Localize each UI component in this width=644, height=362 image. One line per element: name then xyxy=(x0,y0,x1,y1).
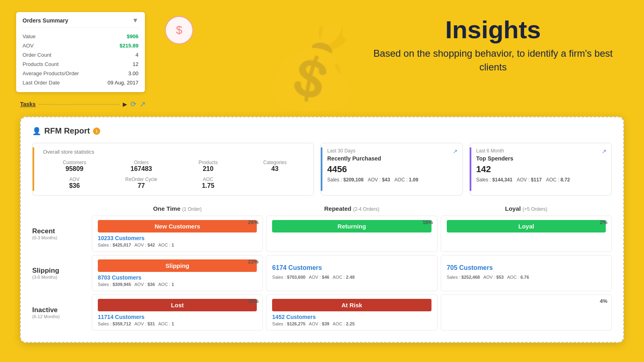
cell-new-customers: 26% New Customers 10233 Customers Sales … xyxy=(92,216,263,252)
cell-pct-30: 30% xyxy=(248,298,258,304)
cell-inactive-loyal: 4% xyxy=(441,294,612,331)
row-label-inactive: Inactive (6-12 Months) xyxy=(32,294,89,331)
last30-link-icon[interactable]: ↗ xyxy=(453,148,458,154)
stat-aov: AOV $36 xyxy=(43,177,106,189)
insights-section: Insights Based on the shopping behavior,… xyxy=(362,16,624,74)
stats-grid-row1: Customers 95809 Orders 167483 Products 2… xyxy=(40,160,306,173)
overall-stats-panel: Overall store statistics Customers 95809… xyxy=(32,143,314,195)
last30-period-label: Last 30 Days xyxy=(327,148,456,154)
orders-summary-header: Orders Summary ▼ xyxy=(23,17,138,28)
overall-stats-label: Overall store statistics xyxy=(40,149,306,155)
rfm-info-badge[interactable]: i xyxy=(93,128,100,135)
orders-row-aov: AOV $215.89 xyxy=(23,41,138,50)
tasks-link-icon[interactable]: ⟳ xyxy=(130,100,136,109)
lost-stats: Sales : $359,712 AOV : $31 AOC : 1 xyxy=(98,321,257,326)
cell-at-risk: At Risk 1452 Customers Sales : $126,275 … xyxy=(266,294,437,331)
rfm-row-recent: Recent (0-3 Months) 26% New Customers 10… xyxy=(32,216,612,252)
orders-row-avg-products: Average Products/Order 3.00 xyxy=(23,69,138,78)
returning-button[interactable]: Returning xyxy=(272,220,431,232)
insights-subtitle: Based on the shopping behavior, to ident… xyxy=(362,47,624,74)
last30-title: Recently Purchased xyxy=(327,155,456,162)
stat-categories: Categories 43 xyxy=(244,160,306,173)
tasks-label: Tasks xyxy=(20,101,36,107)
new-customers-stats: Sales : $425,017 AOV : $42 AOC : 1 xyxy=(98,243,257,247)
lost-customers-count: 11714 Customers xyxy=(98,314,257,320)
last6m-count: 142 xyxy=(476,164,605,175)
at-risk-button[interactable]: At Risk xyxy=(272,299,431,311)
row-label-recent: Recent (0-3 Months) xyxy=(32,216,89,252)
last6m-period-label: Last 6 Month xyxy=(476,148,605,154)
rfm-header: 👤 RFM Report i xyxy=(32,126,612,136)
slipping-repeated-count: 6174 Customers xyxy=(272,264,431,272)
at-risk-stats: Sales : $126,275 AOV : $39 AOC : 2.25 xyxy=(272,321,431,326)
tasks-expand-icon[interactable]: ↗ xyxy=(140,100,146,109)
orders-summary-card: Orders Summary ▼ Value $906 AOV $215.89 … xyxy=(16,12,145,92)
rfm-row-inactive: Inactive (6-12 Months) 30% Lost 11714 Cu… xyxy=(32,294,612,331)
cell-pct-2: 2% xyxy=(600,219,607,225)
orders-row-count: Order Count 4 xyxy=(23,50,138,60)
slipping-loyal-count: 705 Customers xyxy=(447,264,606,272)
orders-summary-dropdown-icon[interactable]: ▼ xyxy=(132,17,138,24)
slipping-customers-count: 8703 Customers xyxy=(98,274,257,281)
slipping-repeated-stats: Sales : $703,600 AOV : $46 AOC : 2.48 xyxy=(272,275,431,280)
orders-summary-title: Orders Summary xyxy=(23,17,68,24)
lost-button[interactable]: Lost xyxy=(98,299,257,311)
row-label-slipping: Slipping (3-6 Months) xyxy=(32,255,89,291)
new-customers-button[interactable]: New Customers xyxy=(98,220,257,232)
cell-slipping-repeated: 6174 Customers Sales : $703,600 AOV : $4… xyxy=(266,255,437,291)
insights-title: Insights xyxy=(362,16,624,43)
cell-returning: 16% Returning xyxy=(266,216,437,252)
last6m-details: Sales : $144,341 AOV : $117 AOC : 8.72 xyxy=(476,177,605,183)
stats-container: Overall store statistics Customers 95809… xyxy=(32,143,612,195)
cell-loyal: 2% Loyal xyxy=(441,216,612,252)
stat-customers: Customers 95809 xyxy=(43,160,106,173)
stat-products: Products 210 xyxy=(177,160,239,173)
slipping-loyal-stats: Sales : $252,468 AOV : $53 AOC : 6.76 xyxy=(447,275,606,280)
cell-pct-4: 4% xyxy=(600,298,607,304)
last30-details: Sales : $209,108 AOV : $43 AOC : 1.09 xyxy=(327,177,456,183)
cell-slipping-loyal: 705 Customers Sales : $252,468 AOV : $53… xyxy=(441,255,612,291)
cell-slipping: 22% Slipping 8703 Customers Sales : $309… xyxy=(92,255,263,291)
tasks-bar: Tasks ▶ ⟳ ↗ xyxy=(20,100,146,109)
last30-count: 4456 xyxy=(327,164,456,175)
rfm-col-headers: One Time (1 Order) Repeated (2-4 Orders)… xyxy=(32,205,612,212)
orders-row-products: Products Count 12 xyxy=(23,60,138,69)
orders-row-last-date: Last Order Date 09 Aug, 2017 xyxy=(23,78,138,87)
last6m-panel: ↗ Last 6 Month Top Spenders 142 Sales : … xyxy=(469,143,612,195)
last6m-title: Top Spenders xyxy=(476,155,605,162)
tasks-divider xyxy=(39,104,120,105)
cell-pct-22: 22% xyxy=(248,259,258,265)
tasks-arrow-icon[interactable]: ▶ xyxy=(123,101,127,107)
at-risk-customers-count: 1452 Customers xyxy=(272,314,431,320)
slipping-stats: Sales : $309,945 AOV : $36 AOC : 1 xyxy=(98,282,257,287)
stat-empty xyxy=(244,177,306,189)
dollar-circle-icon: $ xyxy=(165,16,193,44)
cell-pct-16: 16% xyxy=(423,219,433,225)
stat-aoc: AOC 1.75 xyxy=(177,177,239,189)
slipping-button[interactable]: Slipping xyxy=(98,259,257,272)
last6m-link-icon[interactable]: ↗ xyxy=(602,148,607,154)
new-customers-count: 10233 Customers xyxy=(98,235,257,241)
rfm-report-card: 👤 RFM Report i Overall store statistics … xyxy=(20,117,624,343)
rfm-person-icon: 👤 xyxy=(32,127,41,136)
stat-orders: Orders 167483 xyxy=(110,160,173,173)
rfm-row-slipping: Slipping (3-6 Months) 22% Slipping 8703 … xyxy=(32,255,612,291)
loyal-button[interactable]: Loyal xyxy=(447,220,606,232)
col-header-repeated: Repeated (2-4 Orders) xyxy=(266,205,437,212)
rfm-title: RFM Report xyxy=(44,126,90,136)
last30-panel: ↗ Last 30 Days Recently Purchased 4456 S… xyxy=(320,143,463,195)
cell-pct-26: 26% xyxy=(248,219,258,225)
stats-grid-row2: AOV $36 ReOrder Cycle 77 AOC 1.75 xyxy=(40,177,306,189)
stat-reorder: ReOrder Cycle 77 xyxy=(110,177,173,189)
orders-row-value: Value $906 xyxy=(23,32,138,41)
cell-lost: 30% Lost 11714 Customers Sales : $359,71… xyxy=(92,294,263,331)
col-header-loyal: Loyal (+5 Orders) xyxy=(441,205,612,212)
col-header-onetime: One Time (1 Order) xyxy=(92,205,263,212)
